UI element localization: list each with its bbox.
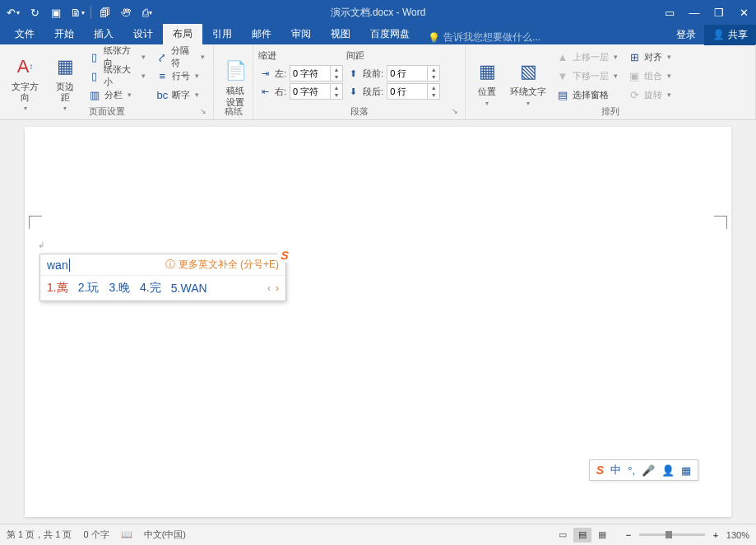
ime-language-button[interactable]: 中 (610, 463, 621, 477)
tab-design[interactable]: 设计 (123, 24, 163, 44)
ime-next-page-button[interactable]: › (276, 282, 279, 294)
spacing-before-label: 段前: (363, 68, 383, 80)
info-icon: ⓘ (165, 258, 175, 272)
document-area[interactable]: ↲ S wan ⓘ更多英文补全 (分号+E) 1.萬 2.玩 3.晚 4.完 5… (0, 120, 756, 524)
selection-pane-button[interactable]: ▤选择窗格 (553, 86, 621, 104)
spin-up-button[interactable]: ▲ (428, 84, 439, 91)
zoom-level[interactable]: 130% (726, 530, 749, 540)
tab-baidu[interactable]: 百度网盘 (360, 24, 420, 44)
spin-up-button[interactable]: ▲ (331, 84, 342, 91)
wrap-label: 环绕文字 (510, 86, 546, 97)
indent-left-value[interactable] (290, 68, 330, 79)
undo-button[interactable]: ↶▾ (3, 2, 23, 22)
word-count[interactable]: 0 个字 (83, 529, 109, 541)
touch-mode-button[interactable]: 🖑 (116, 2, 136, 22)
minimize-button[interactable]: — (682, 0, 707, 25)
print-preview-button[interactable]: 🗐 (95, 2, 114, 22)
share-button[interactable]: 👤共享 (704, 25, 756, 45)
title-bar: ↶▾ ↻ ▣ 🗎▾ 🗐 🖑 ⎙▾ 演示文档.docx - Word ▭ — ❐ … (0, 0, 756, 25)
tab-review[interactable]: 审阅 (281, 24, 321, 44)
separator (90, 6, 91, 19)
tab-file[interactable]: 文件 (5, 24, 44, 44)
spin-down-button[interactable]: ▼ (331, 91, 342, 99)
ime-punctuation-button[interactable]: °, (628, 464, 635, 477)
ime-hint[interactable]: ⓘ更多英文补全 (分号+E) (165, 258, 279, 272)
columns-button[interactable]: ▥分栏▾ (85, 86, 149, 104)
zoom-out-button[interactable]: − (623, 530, 634, 540)
tab-layout[interactable]: 布局 (163, 24, 202, 44)
ime-input-text: wan (47, 259, 70, 272)
indent-right-input[interactable]: ▲▼ (290, 83, 343, 100)
ribbon-display-options-button[interactable]: ▭ (657, 0, 682, 25)
window-title: 演示文档.docx - Word (331, 6, 426, 20)
proofing-button[interactable]: 📖 (121, 529, 132, 540)
ime-candidate-5[interactable]: 5.WAN (171, 282, 207, 295)
spacing-after-input[interactable]: ▲▼ (387, 83, 440, 100)
size-icon: ▯ (88, 69, 100, 82)
spin-down-button[interactable]: ▼ (428, 73, 439, 81)
tab-references[interactable]: 引用 (202, 24, 242, 44)
selection-pane-label: 选择窗格 (573, 89, 609, 101)
spacing-before-input[interactable]: ▲▼ (387, 65, 440, 82)
spin-down-button[interactable]: ▼ (331, 73, 342, 81)
redo-button[interactable]: ↻ (25, 2, 44, 22)
qat-customize-button[interactable]: ⎙▾ (137, 2, 157, 22)
indent-left-input[interactable]: ▲▼ (290, 65, 343, 82)
tab-home[interactable]: 开始 (44, 24, 84, 44)
ime-voice-button[interactable]: 🎤 (642, 464, 655, 477)
restore-button[interactable]: ❐ (707, 0, 731, 25)
ime-candidate-4[interactable]: 4.完 (140, 281, 161, 296)
spin-up-button[interactable]: ▲ (331, 66, 342, 73)
ime-toolbar: S 中 °, 🎤 👤 ▦ (589, 459, 698, 481)
spin-up-button[interactable]: ▲ (428, 66, 439, 73)
ribbon-tabs: 文件 开始 插入 设计 布局 引用 邮件 审阅 视图 百度网盘 💡告诉我您想要做… (0, 25, 756, 44)
ime-skin-button[interactable]: 👤 (661, 464, 675, 477)
new-doc-button[interactable]: 🗎▾ (67, 2, 87, 22)
ime-candidate-1[interactable]: 1.萬 (47, 281, 68, 296)
page-count[interactable]: 第 1 页，共 1 页 (7, 529, 72, 541)
manuscript-icon: 📄 (222, 58, 248, 84)
dialog-launcher-button[interactable]: ↘ (200, 107, 210, 117)
ime-candidate-2[interactable]: 2.玩 (78, 281, 100, 296)
group-label: 页面设置 (0, 104, 213, 118)
wrap-icon: ▧ (515, 58, 541, 85)
page[interactable]: ↲ S wan ⓘ更多英文补全 (分号+E) 1.萬 2.玩 3.晚 4.完 5… (25, 127, 731, 517)
print-layout-button[interactable]: ▤ (573, 528, 591, 543)
zoom-in-button[interactable]: + (710, 530, 721, 540)
web-layout-button[interactable]: ▦ (593, 528, 611, 543)
bring-forward-button: ▲上移一层▾ (553, 48, 621, 66)
line-numbers-button[interactable]: ≡行号▾ (152, 67, 208, 85)
ime-prev-page-button[interactable]: ‹ (267, 282, 271, 294)
tab-view[interactable]: 视图 (321, 24, 360, 44)
language-button[interactable]: 中文(中国) (144, 529, 186, 541)
save-button[interactable]: ▣ (46, 2, 66, 22)
chevron-down-icon: ▾ (667, 91, 671, 99)
share-icon: 👤 (712, 29, 725, 40)
chevron-down-icon: ▾ (128, 91, 132, 99)
spacing-before-value[interactable] (387, 68, 427, 79)
ribbon-group-paragraph: 缩进 ⇥ 左: ▲▼ ⇤ 右: ▲▼ (253, 44, 466, 119)
zoom-slider-thumb[interactable] (666, 531, 672, 538)
align-button[interactable]: ⊞对齐▾ (624, 48, 675, 66)
indent-right-value[interactable] (290, 86, 330, 97)
tab-mailings[interactable]: 邮件 (242, 24, 281, 44)
spacing-after-label: 段后: (363, 86, 383, 98)
breaks-button[interactable]: ⤤分隔符▾ (152, 48, 208, 66)
chevron-down-icon: ▾ (195, 72, 199, 80)
size-button[interactable]: ▯纸张大小▾ (85, 67, 149, 85)
tell-me-search[interactable]: 💡告诉我您想要做什么... (420, 30, 549, 44)
zoom-slider-track[interactable] (639, 533, 705, 536)
ribbon-group-page-setup: A↕ 文字方向 ▾ ▦ 页边距 ▾ ▯纸张方向▾ ▯纸张大小▾ ▥分栏▾ ⤤分隔… (0, 44, 214, 119)
read-mode-button[interactable]: ▭ (554, 528, 572, 543)
ime-toolbox-button[interactable]: ▦ (681, 464, 691, 477)
indent-right-icon: ⇤ (258, 86, 271, 97)
spin-down-button[interactable]: ▼ (428, 91, 439, 99)
close-button[interactable]: ✕ (731, 0, 756, 25)
spacing-after-value[interactable] (387, 86, 427, 97)
group-label: 稿纸 (214, 104, 253, 118)
dialog-launcher-button[interactable]: ↘ (452, 107, 461, 117)
ime-candidate-3[interactable]: 3.晚 (109, 281, 130, 296)
hyphenation-button[interactable]: bc断字▾ (152, 86, 208, 104)
tab-insert[interactable]: 插入 (84, 24, 123, 44)
login-button[interactable]: 登录 (668, 28, 704, 42)
